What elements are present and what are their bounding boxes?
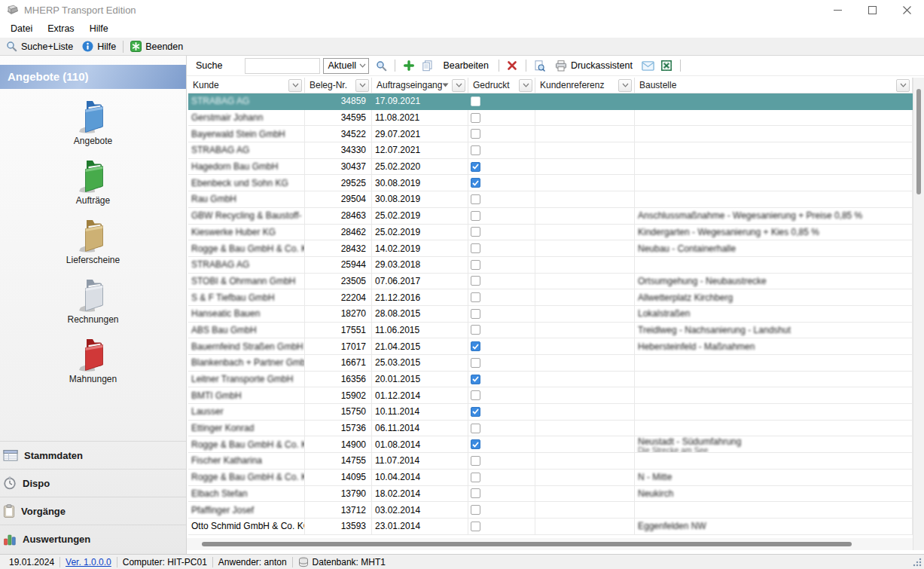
gedruckt-checkbox[interactable] xyxy=(471,325,480,335)
sidebar-nav-stammdaten[interactable]: Stammdaten xyxy=(0,441,186,469)
table-row[interactable]: BMTI GmbH1590201.12.2014 xyxy=(188,387,913,404)
vertical-scrollbar[interactable] xyxy=(913,78,924,550)
table-row[interactable]: Ebenbeck und Sohn KG2952530.08.2019 xyxy=(188,175,913,191)
gedruckt-checkbox[interactable] xyxy=(471,407,480,417)
table-row[interactable]: S & F Tiefbau GmbH2220421.12.2016Allwett… xyxy=(188,289,913,306)
sidebar-folder-auftr-ge[interactable]: Aufträge xyxy=(0,158,186,218)
column-header-auftragseingang[interactable]: Auftragseingang xyxy=(372,78,468,93)
gedruckt-checkbox[interactable] xyxy=(471,96,480,106)
sidebar-nav-auswertungen[interactable]: Auswertungen xyxy=(0,525,186,552)
gedruckt-checkbox[interactable] xyxy=(471,129,480,139)
gedruckt-checkbox[interactable] xyxy=(471,522,480,531)
delete-button[interactable] xyxy=(505,58,520,74)
sidebar-nav-vorg-nge[interactable]: Vorgänge xyxy=(0,497,186,525)
table-row[interactable]: STRABAG AG3433012.07.2021 xyxy=(188,142,913,159)
table-row[interactable]: STRABAG AG3485917.09.2021 xyxy=(188,93,913,110)
table-row[interactable]: Elbach Stefan1379018.02.2014Neukirch xyxy=(188,486,913,503)
table-row[interactable]: ABS Bau GmbH1755111.06.2015Treidlweg - N… xyxy=(188,323,913,339)
vertical-scrollbar-thumb[interactable] xyxy=(916,89,921,194)
gedruckt-checkbox[interactable] xyxy=(471,341,480,351)
filter-button[interactable] xyxy=(355,79,369,92)
table-row[interactable]: Bayerwald Stein GmbH3452229.07.2021 xyxy=(188,126,913,142)
gedruckt-checkbox[interactable] xyxy=(471,424,480,433)
search-scope-select[interactable]: Aktuell xyxy=(323,58,369,74)
column-header-kunde[interactable]: Kunde xyxy=(188,78,305,93)
hilfe-button[interactable]: Hilfe xyxy=(78,38,120,54)
table-row[interactable]: Rau GmbH2950430.08.2019 xyxy=(188,191,913,208)
table-row[interactable]: Leitner Transporte GmbH1635620.01.2015 xyxy=(188,372,913,388)
search-go-button[interactable] xyxy=(374,58,389,74)
table-row[interactable]: Gerstmair Johann3459511.08.2021 xyxy=(188,110,913,127)
gedruckt-checkbox[interactable] xyxy=(471,211,480,221)
gedruckt-checkbox[interactable] xyxy=(471,473,480,482)
table-row[interactable]: Lausser1575010.11.2014 xyxy=(188,404,913,421)
filter-button[interactable] xyxy=(896,79,910,92)
table-row[interactable]: GBW Recycling & Baustoff-2846325.02.2019… xyxy=(188,208,913,225)
print-preview-button[interactable] xyxy=(532,58,547,74)
sidebar-folder-angebote[interactable]: Angebote xyxy=(0,99,186,158)
gedruckt-checkbox[interactable] xyxy=(471,194,480,204)
table-row[interactable]: STRABAG AG2594429.03.2018 xyxy=(188,257,913,274)
table-row[interactable]: Fischer Katharina1475511.07.2014 xyxy=(188,453,913,470)
copy-button[interactable] xyxy=(419,58,435,74)
gedruckt-checkbox[interactable] xyxy=(471,227,480,237)
druckassistent-button[interactable]: Druckassistent xyxy=(550,58,637,74)
menu-item-hilfe[interactable]: Hilfe xyxy=(82,23,116,34)
gedruckt-checkbox[interactable] xyxy=(471,260,480,270)
excel-export-button[interactable] xyxy=(659,58,675,74)
gedruckt-checkbox[interactable] xyxy=(471,309,480,319)
gedruckt-checkbox[interactable] xyxy=(471,162,480,172)
add-button[interactable] xyxy=(401,58,416,74)
sidebar-nav-dispo[interactable]: Dispo xyxy=(0,469,186,497)
table-row[interactable]: STOBI & Ohrmann GmbH2350507.06.2017Ortsu… xyxy=(188,274,913,290)
search-input[interactable] xyxy=(245,58,320,74)
table-row[interactable]: Hagedorn Bau GmbH3043725.02.2020 xyxy=(188,159,913,176)
table-row[interactable]: Rogge & Bau GmbH & Co. KG1409510.04.2014… xyxy=(188,470,913,486)
table-row[interactable]: Blankenbach + Partner GmbH1667125.03.201… xyxy=(188,355,913,372)
gedruckt-checkbox[interactable] xyxy=(471,488,480,498)
menu-item-extras[interactable]: Extras xyxy=(40,23,81,34)
version-link[interactable]: Ver. 1.0.0.0 xyxy=(60,557,117,567)
suche-liste-button[interactable]: Suche+Liste xyxy=(2,38,78,54)
table-row[interactable]: Rogge & Bau GmbH & Co. KG2843214.02.2019… xyxy=(188,240,913,257)
gedruckt-checkbox[interactable] xyxy=(471,276,480,286)
horizontal-scrollbar-thumb[interactable] xyxy=(202,542,852,546)
close-button[interactable] xyxy=(889,0,924,20)
gedruckt-checkbox[interactable] xyxy=(471,375,480,384)
table-row[interactable]: Otto Schmid GmbH & Co. KG1359323.01.2014… xyxy=(188,519,913,535)
gedruckt-checkbox[interactable] xyxy=(471,145,480,155)
table-row[interactable]: Ettinger Konrad1573606.11.2014 xyxy=(188,421,913,437)
maximize-button[interactable] xyxy=(855,0,889,20)
column-header-baustelle[interactable]: Baustelle xyxy=(635,78,913,93)
minimize-button[interactable] xyxy=(820,0,855,20)
table-row[interactable]: Bauernfeind Straßen GmbH1701721.04.2015H… xyxy=(188,338,913,355)
beenden-button[interactable]: Beenden xyxy=(126,38,188,54)
filter-button[interactable] xyxy=(519,79,532,92)
gedruckt-checkbox[interactable] xyxy=(471,243,480,253)
gedruckt-checkbox[interactable] xyxy=(471,113,480,123)
column-header-gedruckt[interactable]: Gedruckt xyxy=(468,78,535,93)
gedruckt-checkbox[interactable] xyxy=(471,178,480,188)
column-header-beleg-nr[interactable]: Beleg-Nr. xyxy=(305,78,372,93)
gedruckt-checkbox[interactable] xyxy=(471,456,480,466)
gedruckt-checkbox[interactable] xyxy=(471,439,480,449)
table-row[interactable]: Kieswerke Huber KG2846225.02.2019Kinderg… xyxy=(188,225,913,241)
sidebar-folder-rechnungen[interactable]: Rechnungen xyxy=(0,277,186,337)
table-row[interactable]: Rogge & Bau GmbH & Co. KG1490001.08.2014… xyxy=(188,436,913,453)
sidebar-folder-mahnungen[interactable]: Mahnungen xyxy=(0,337,186,396)
filter-button[interactable] xyxy=(452,79,465,92)
gedruckt-checkbox[interactable] xyxy=(471,358,480,368)
gedruckt-checkbox[interactable] xyxy=(471,292,480,302)
menu-item-datei[interactable]: Datei xyxy=(3,23,40,34)
column-header-kundenreferenz[interactable]: Kundenreferenz xyxy=(535,78,635,93)
gedruckt-checkbox[interactable] xyxy=(471,390,480,400)
filter-button[interactable] xyxy=(288,79,302,92)
table-row[interactable]: Pfaffinger Josef1371203.02.2014 xyxy=(188,502,913,519)
sidebar-folder-lieferscheine[interactable]: Lieferscheine xyxy=(0,218,186,277)
horizontal-scrollbar[interactable] xyxy=(187,538,913,550)
table-row[interactable]: Hanseatic Bauen1827028.08.2015Lokalstraß… xyxy=(188,306,913,323)
resize-grip[interactable] xyxy=(913,558,922,567)
bearbeiten-button[interactable]: Bearbeiten xyxy=(438,58,492,74)
filter-button[interactable] xyxy=(618,79,632,92)
gedruckt-checkbox[interactable] xyxy=(471,505,480,515)
